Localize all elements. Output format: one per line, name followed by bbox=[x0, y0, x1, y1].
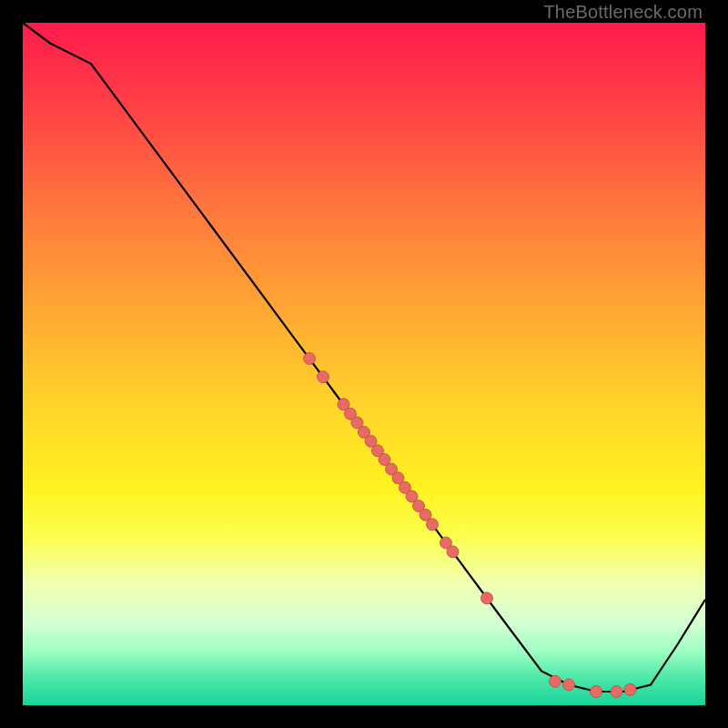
watermark-label: TheBottleneck.com bbox=[543, 2, 703, 23]
marker-dot bbox=[611, 686, 622, 698]
marker-dot bbox=[447, 546, 459, 558]
marker-dot bbox=[481, 592, 493, 604]
plot-area bbox=[23, 23, 705, 705]
marker-dot bbox=[591, 686, 602, 698]
marker-dots bbox=[304, 353, 637, 698]
marker-dot bbox=[304, 353, 316, 365]
bottleneck-curve bbox=[23, 23, 705, 692]
marker-dot bbox=[563, 679, 575, 691]
marker-dot bbox=[550, 675, 561, 687]
marker-dot bbox=[318, 371, 329, 383]
marker-dot bbox=[624, 683, 636, 695]
chart-svg bbox=[23, 23, 705, 705]
chart-frame: TheBottleneck.com bbox=[0, 0, 728, 728]
marker-dot bbox=[427, 519, 439, 531]
